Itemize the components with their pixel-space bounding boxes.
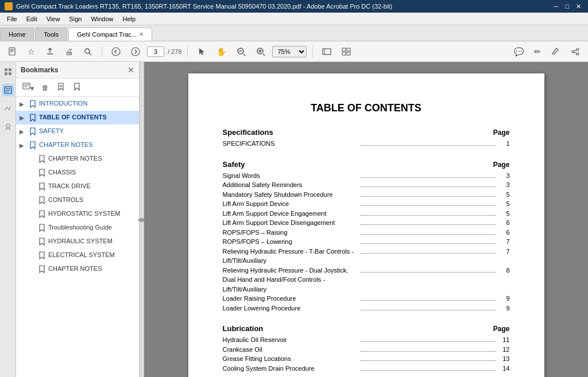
bookmark-add-button[interactable] — [54, 81, 68, 94]
toc-entry: Signal Words3 — [223, 171, 510, 181]
bookmark-item-track-drive[interactable]: TRACK DRIVE — [16, 180, 139, 193]
tab-tools[interactable]: Tools — [35, 28, 67, 41]
bookmark-item-introduction[interactable]: ▶ INTRODUCTION — [16, 97, 139, 111]
sidebar-bookmarks-button[interactable] — [2, 84, 14, 96]
bookmark-icon — [29, 127, 37, 135]
tab-document[interactable]: Gehl Compact Trac... ✕ — [68, 28, 152, 41]
svg-point-6 — [112, 48, 120, 56]
svg-rect-35 — [23, 83, 30, 89]
bookmark-item-hydrostatic[interactable]: HYDROSTATIC SYSTEM — [16, 207, 139, 221]
svg-point-23 — [577, 53, 579, 55]
zoom-out-search-button[interactable] — [80, 45, 96, 59]
toc-entry: Additional Safety Reminders3 — [223, 180, 510, 190]
bookmark-icon — [29, 114, 37, 122]
bookmark-item-electrical[interactable]: ELECTRICAL SYSTEM — [16, 248, 139, 262]
tab-home[interactable]: Home — [0, 28, 34, 41]
toolbar-divider-2 — [187, 46, 188, 57]
menu-edit[interactable]: Edit — [22, 14, 42, 24]
select-tool-button[interactable] — [194, 45, 210, 59]
expand-arrow: ▶ — [20, 101, 26, 107]
bookmark-expand-button[interactable] — [70, 81, 84, 94]
menu-window[interactable]: Window — [86, 14, 118, 24]
svg-point-21 — [577, 48, 579, 50]
bookmark-icon — [38, 251, 46, 259]
entry-page: 1 — [498, 139, 510, 149]
view-options-button[interactable] — [338, 45, 354, 59]
toc-section-specifications: Specifications Page SPECIFICATIONS 1 — [223, 128, 510, 149]
document-area[interactable]: TABLE OF CONTENTS Specifications Page SP… — [144, 62, 588, 377]
bookmark-button[interactable]: ☆ — [24, 45, 38, 59]
bookmark-icon — [38, 265, 46, 273]
sidebar-comments-button[interactable] — [2, 121, 14, 133]
tab-close-button[interactable]: ✕ — [139, 31, 144, 37]
svg-point-4 — [85, 49, 90, 53]
bookmark-item-troubleshooting[interactable]: Troubleshooting Guide — [16, 221, 139, 235]
draw-button[interactable]: ✏ — [531, 45, 544, 59]
svg-rect-27 — [9, 68, 11, 71]
bookmarks-close-button[interactable]: ✕ — [127, 65, 134, 75]
bookmark-label: CHASSIS — [48, 169, 136, 176]
toc-entry: ROPS/FOPS – Raising6 — [223, 228, 510, 238]
toc-section-header: Lubrication Page — [223, 324, 510, 333]
new-doc-button[interactable] — [5, 45, 21, 59]
bookmark-item-hydraulic[interactable]: HYDRAULIC SYSTEM — [16, 235, 139, 248]
share-button[interactable] — [567, 45, 583, 59]
minimize-button[interactable]: ─ — [552, 3, 561, 10]
bookmark-label: TRACK DRIVE — [48, 182, 136, 190]
bookmark-item-toc[interactable]: ▶ TABLE OF CONTENTS — [16, 111, 139, 125]
bookmark-item-chapter-notes-2[interactable]: CHAPTER NOTES — [16, 152, 139, 166]
section-page-label: Page — [493, 325, 510, 333]
bookmark-item-safety[interactable]: ▶ SAFETY — [16, 125, 139, 138]
bookmarks-toolbar: ▾ 🗑 — [16, 79, 139, 97]
upload-button[interactable] — [42, 45, 58, 59]
comment-button[interactable]: 💬 — [510, 45, 527, 59]
zoom-select[interactable]: 50% 75% 100% 125% 150% — [272, 46, 307, 57]
bookmark-item-controls[interactable]: CONTROLS — [16, 193, 139, 207]
bookmarks-title: Bookmarks — [21, 66, 58, 74]
annotate-button[interactable] — [548, 45, 564, 59]
window-controls[interactable]: ─ □ ✕ — [552, 3, 583, 10]
toc-entry: ROPS/FOPS – Lowering7 — [223, 237, 510, 247]
zoom-in-button[interactable] — [253, 45, 269, 59]
bookmarks-panel: Bookmarks ✕ ▾ 🗑 ▶ INTRODUCTION — [16, 62, 140, 377]
toc-entry: Lift Arm Support Device5 — [223, 199, 510, 209]
bookmark-delete-button[interactable]: 🗑 — [39, 82, 52, 94]
bookmark-label: CHAPTER NOTES — [48, 265, 136, 273]
app-icon — [5, 2, 13, 10]
panel-resize-handle[interactable]: ◀▶ — [140, 62, 144, 377]
close-button[interactable]: ✕ — [574, 3, 583, 10]
bookmark-label: HYDROSTATIC SYSTEM — [48, 210, 136, 217]
zoom-out-button[interactable] — [233, 45, 249, 59]
dot-leader — [361, 145, 496, 146]
bookmark-item-chapter-notes-3[interactable]: CHAPTER NOTES — [16, 262, 139, 276]
bookmark-options-button[interactable]: ▾ — [20, 81, 37, 94]
hand-tool-button[interactable]: ✋ — [213, 45, 230, 59]
toc-entry: Mandatory Safety Shutdown Procedure5 — [223, 190, 510, 200]
page-total: / 278 — [168, 48, 181, 55]
section-title: Safety — [223, 160, 245, 169]
bookmark-item-chassis[interactable]: CHASSIS — [16, 166, 139, 180]
menu-sign[interactable]: Sign — [64, 14, 86, 24]
menu-help[interactable]: Help — [118, 14, 141, 24]
bookmarks-header: Bookmarks ✕ — [16, 62, 139, 79]
prev-page-button[interactable] — [108, 45, 124, 59]
toc-entry: Grease Fitting Locations13 — [223, 354, 510, 364]
print-button[interactable]: 🖨 — [61, 45, 76, 59]
menu-file[interactable]: File — [2, 14, 22, 24]
maximize-button[interactable]: □ — [563, 3, 571, 10]
fit-page-button[interactable] — [319, 45, 335, 59]
svg-point-34 — [6, 124, 10, 127]
bookmark-item-chapter-notes-1[interactable]: ▶ CHAPTER NOTES — [16, 138, 139, 152]
toc-title: TABLE OF CONTENTS — [223, 102, 510, 114]
main-layout: Bookmarks ✕ ▾ 🗑 ▶ INTRODUCTION — [0, 62, 588, 377]
page-number-input[interactable] — [147, 46, 164, 57]
bookmark-label: Troubleshooting Guide — [48, 224, 136, 231]
toc-section-lubrication: Lubrication Page Hydraulic Oil Reservoir… — [223, 324, 510, 373]
next-page-button[interactable] — [127, 45, 144, 59]
toolbar-divider-3 — [312, 46, 313, 57]
section-page-label: Page — [493, 129, 510, 137]
menu-view[interactable]: View — [42, 14, 65, 24]
sidebar-signatures-button[interactable] — [2, 102, 14, 115]
sidebar-thumbnails-button[interactable] — [2, 65, 14, 78]
svg-rect-26 — [5, 68, 7, 71]
